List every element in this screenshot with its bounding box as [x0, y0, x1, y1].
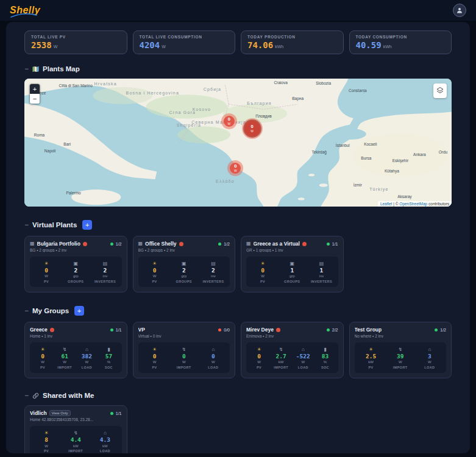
group-name: Greece — [30, 327, 48, 333]
groups-icon: ▣ — [73, 261, 78, 267]
map-plant-marker[interactable]: 0 W — [221, 113, 237, 129]
stat-card: TODAY PRODUCTION 74.06 kWh — [241, 30, 344, 54]
status-fraction: 1/1 — [116, 411, 122, 416]
collapse-toggle[interactable]: − — [24, 307, 29, 314]
sun-icon: ☀ — [257, 347, 261, 353]
status-fraction: 2/2 — [332, 328, 338, 332]
load-icon: ⌂ — [211, 347, 215, 353]
tile-value: 3 — [428, 353, 432, 360]
my-groups-header: − My Groups + — [24, 306, 452, 316]
app-logo[interactable]: Shelly — [10, 5, 40, 16]
collapse-toggle[interactable]: − — [24, 392, 29, 399]
alert-badge — [276, 328, 280, 332]
sun-icon: ☀ — [260, 261, 265, 267]
user-icon — [456, 7, 463, 14]
stat-tile: ⌂ 0 W LOAD — [199, 347, 227, 369]
virtual-plant-card[interactable]: ▦ Office Shelly 1/2 BG • 2 groups • 2 in… — [133, 236, 236, 292]
tile-unit: W — [85, 360, 88, 364]
shared-grid: Vidlich View Only 1/1 Home 42.8802358433… — [24, 405, 452, 453]
tile-value: 0 — [44, 267, 48, 274]
plant-name: Office Shelly — [145, 241, 177, 247]
groups-icon: ▣ — [290, 261, 294, 267]
stat-tile: ⌂ 3 W LOAD — [416, 347, 444, 369]
tile-value: 4.3 — [100, 437, 110, 443]
inverter-icon: ▤ — [319, 261, 324, 267]
stat-tiles: ☀ 0 W PV ▣ 1 grp GROUPS — [246, 257, 338, 287]
stat-tile: ☀ 0 W PV — [32, 347, 53, 369]
virtual-plant-card[interactable]: ▦ Greece as a Virtual 1/1 GR • 1 groups … — [241, 236, 344, 292]
tile-unit: W — [428, 360, 432, 364]
tile-value: 2 — [104, 267, 107, 274]
section-title: My Groups — [32, 307, 69, 314]
plant-subtitle: BG • 2 groups • 2 inv — [30, 248, 122, 252]
tile-value: 61 — [61, 353, 68, 360]
stat-tile: ↯ 2.7 kW IMPORT — [271, 347, 291, 369]
stat-tile: ▤ 2 inv INVERTERS — [91, 261, 119, 283]
shared-card[interactable]: Vidlich View Only 1/1 Home 42.8802358433… — [24, 405, 127, 453]
stat-unit: kWh — [383, 44, 392, 49]
tile-unit: W — [153, 274, 157, 278]
tile-unit: W — [41, 360, 44, 364]
tile-unit: % — [324, 360, 327, 364]
view-only-badge: View Only — [49, 410, 71, 416]
layers-control[interactable] — [433, 83, 447, 98]
tile-label: LOAD — [298, 366, 308, 369]
group-card[interactable]: Mirev Deye 2/2 Enimova • 2 inv ☀ 0 W PV — [241, 322, 344, 378]
collapse-toggle[interactable]: − — [24, 221, 29, 228]
group-card[interactable]: VP 0/0 Virtual • 0 inv ☀ 0 W PV — [133, 322, 236, 378]
section-title: Virtual Plants — [32, 221, 77, 228]
group-card[interactable]: Greece 1/1 Home • 1 inv ☀ 0 W PV — [24, 322, 127, 378]
alert-badge — [83, 242, 87, 246]
virtual-plant-card[interactable]: ▦ Bulgaria Portfolio 1/2 BG • 2 groups •… — [24, 236, 127, 292]
stat-card: TOTAL LIVE PV 2538 W — [24, 30, 127, 54]
tile-value: 2 — [74, 267, 77, 274]
status-fraction: 1/1 — [116, 328, 122, 332]
alert-badge — [179, 242, 183, 246]
bolt-icon: ↯ — [398, 347, 402, 353]
tile-label: SOC — [105, 366, 113, 369]
collapse-toggle[interactable]: − — [24, 65, 29, 73]
group-name: VP — [138, 327, 145, 333]
tile-label: IMPORT — [177, 366, 191, 369]
stat-tile: ☀ 0 W PV — [32, 261, 60, 283]
user-avatar[interactable] — [453, 4, 466, 17]
osm-link[interactable]: OpenStreetMap — [399, 202, 427, 206]
plant-name: Bulgaria Portfolio — [37, 241, 80, 247]
leaflet-link[interactable]: Leaflet — [380, 202, 393, 206]
stat-tile: ↯ 4.4 kW IMPORT — [62, 430, 90, 453]
load-icon: ⌂ — [85, 347, 88, 353]
tile-value: 1 — [320, 267, 324, 274]
zoom-out-button[interactable]: − — [30, 94, 40, 104]
stat-tiles: ☀ 8 W PV ↯ 4.4 kW IMPORT — [30, 426, 122, 453]
stat-value: 4204 — [140, 41, 160, 49]
tile-value: 2 — [182, 267, 186, 274]
tile-unit: % — [107, 360, 110, 364]
tile-label: INVERTERS — [94, 280, 116, 283]
stat-tile: ▮ 83 % SOC — [314, 347, 335, 369]
tile-value: 57 — [105, 353, 112, 360]
tile-unit: kW — [73, 444, 79, 448]
sun-icon: ☀ — [152, 261, 157, 267]
map-icon — [32, 66, 39, 73]
tile-unit: inv — [319, 274, 324, 278]
add-group-button[interactable]: + — [74, 306, 84, 316]
status-dot — [110, 243, 113, 246]
add-virtual-plant-button[interactable]: + — [82, 220, 92, 230]
stat-tile: ↯ 0 W IMPORT — [170, 347, 198, 369]
status-dot — [435, 328, 438, 331]
group-subtitle: No where • 2 inv — [355, 334, 447, 338]
tile-unit: W — [399, 360, 402, 364]
group-subtitle: Virtual • 0 inv — [138, 334, 230, 338]
tile-value: 0 — [153, 353, 157, 360]
group-card[interactable]: Test Group 1/2 No where • 2 inv ☀ 2.5 kW… — [349, 322, 452, 378]
plants-map[interactable]: Città di San Marino Firenze Hrvatska Bos… — [24, 79, 452, 207]
tile-label: LOAD — [424, 366, 435, 369]
stat-tile: ▤ 2 inv INVERTERS — [199, 261, 227, 283]
status-dot — [327, 243, 330, 246]
tile-unit: W — [44, 444, 48, 448]
map-plant-marker[interactable]: 0 W — [227, 160, 243, 176]
status-dot — [218, 328, 221, 331]
stat-tile: ▮ 57 % SOC — [98, 347, 119, 369]
zoom-in-button[interactable]: + — [30, 84, 40, 94]
map-plant-marker[interactable]: 0 W — [242, 118, 263, 139]
